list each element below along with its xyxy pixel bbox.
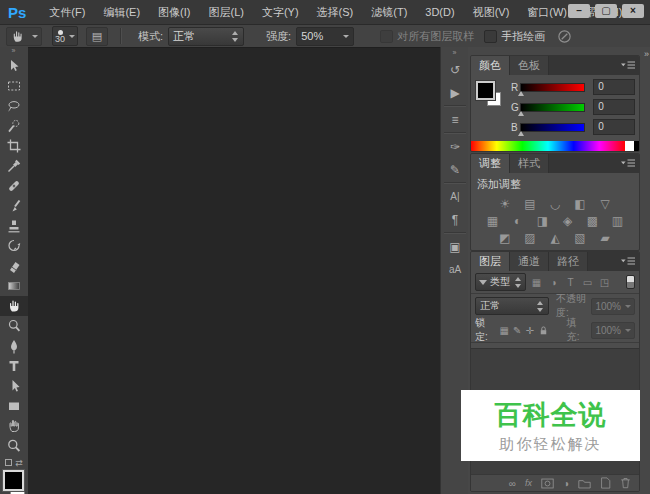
brightness-contrast-icon[interactable]: ☀: [497, 197, 513, 211]
tab-adjustments[interactable]: 调整: [471, 154, 510, 173]
collapse-toolbar-icon[interactable]: »: [0, 47, 28, 56]
history-panel-icon[interactable]: ↺: [441, 58, 469, 81]
panel-menu-icon[interactable]: [620, 60, 636, 71]
crop-tool[interactable]: [0, 136, 28, 156]
menu-file[interactable]: 文件(F): [40, 0, 94, 24]
new-layer-icon[interactable]: [600, 477, 611, 489]
mode-dropdown[interactable]: 正常: [168, 27, 244, 46]
quick-selection-tool[interactable]: [0, 116, 28, 136]
threshold-icon[interactable]: ◭: [547, 231, 563, 245]
collapse-panels-icon[interactable]: »: [644, 49, 648, 59]
filter-switch-icon[interactable]: [626, 275, 635, 289]
filter-adjustment-layers-icon[interactable]: ◑: [547, 277, 560, 288]
tab-styles[interactable]: 样式: [510, 154, 549, 173]
lock-position-icon[interactable]: ✛: [525, 325, 533, 336]
red-value-field[interactable]: 0: [593, 79, 635, 95]
green-slider[interactable]: [520, 103, 586, 112]
swap-colors-icon[interactable]: ⇄: [15, 458, 23, 468]
brush-presets-panel-icon[interactable]: ✎: [441, 158, 469, 181]
menu-filter[interactable]: 滤镜(T): [362, 0, 416, 24]
foreground-color-swatch[interactable]: [3, 470, 24, 491]
rainbow-ramp[interactable]: [471, 141, 625, 151]
panel-menu-icon[interactable]: [620, 158, 636, 169]
fill-field[interactable]: 100%: [591, 322, 635, 339]
close-button[interactable]: ×: [622, 4, 644, 18]
panel-menu-icon[interactable]: [620, 256, 636, 267]
filter-pixel-layers-icon[interactable]: ▦: [530, 277, 543, 288]
gradient-tool[interactable]: [0, 276, 28, 296]
sample-all-layers-checkbox[interactable]: [380, 30, 393, 43]
eyedropper-tool[interactable]: [0, 156, 28, 176]
gradient-map-icon[interactable]: ▰: [597, 231, 613, 245]
clone-stamp-tool[interactable]: [0, 216, 28, 236]
red-slider[interactable]: [520, 83, 586, 92]
paragraph-panel-icon[interactable]: ¶: [441, 208, 469, 231]
slider-thumb-icon[interactable]: [518, 91, 524, 96]
curves-icon[interactable]: ◡: [547, 197, 563, 211]
finger-painting-checkbox[interactable]: [484, 30, 497, 43]
actions-panel-icon[interactable]: ▶: [441, 81, 469, 104]
black-white-icon[interactable]: ◨: [535, 214, 551, 228]
blue-slider[interactable]: [520, 123, 586, 132]
rectangle-tool[interactable]: [0, 396, 28, 416]
green-value-field[interactable]: 0: [593, 99, 635, 115]
pen-tool[interactable]: [0, 336, 28, 356]
foreground-color-swatch[interactable]: [476, 81, 495, 100]
rectangular-marquee-tool[interactable]: [0, 76, 28, 96]
path-selection-tool[interactable]: [0, 376, 28, 396]
spot-healing-brush-tool[interactable]: [0, 176, 28, 196]
menu-view[interactable]: 视图(V): [464, 0, 519, 24]
collapse-dock-icon[interactable]: »: [441, 49, 469, 58]
strength-dropdown[interactable]: 50%: [296, 27, 354, 46]
character-panel-icon[interactable]: A|: [441, 185, 469, 208]
canvas-area[interactable]: [28, 47, 440, 494]
lasso-tool[interactable]: [0, 96, 28, 116]
tab-layers[interactable]: 图层: [471, 252, 510, 271]
brush-tool[interactable]: [0, 196, 28, 216]
photo-filter-icon[interactable]: ◈: [560, 214, 576, 228]
filter-smart-objects-icon[interactable]: ◳: [598, 277, 611, 288]
invert-icon[interactable]: ◩: [497, 231, 513, 245]
color-spectrum-ramp[interactable]: [471, 141, 639, 151]
channel-mixer-icon[interactable]: ▩: [585, 214, 601, 228]
minimize-button[interactable]: –: [568, 4, 590, 18]
lock-all-icon[interactable]: [538, 325, 549, 336]
selective-color-icon[interactable]: ▧: [572, 231, 588, 245]
color-lookup-icon[interactable]: ▥: [610, 214, 626, 228]
filter-type-layers-icon[interactable]: T: [564, 277, 577, 288]
tab-paths[interactable]: 路径: [549, 252, 588, 271]
layer-style-fx-icon[interactable]: fx: [525, 478, 532, 488]
menu-layer[interactable]: 图层(L): [199, 0, 252, 24]
move-tool[interactable]: [0, 56, 28, 76]
tab-color[interactable]: 颜色: [471, 56, 510, 75]
tab-channels[interactable]: 通道: [510, 252, 549, 271]
default-colors-icon[interactable]: [5, 459, 12, 466]
eraser-tool[interactable]: [0, 256, 28, 276]
new-group-icon[interactable]: [578, 478, 591, 489]
exposure-icon[interactable]: ◧: [572, 197, 588, 211]
clone-source-panel-icon[interactable]: ▣: [441, 235, 469, 258]
type-tool[interactable]: [0, 356, 28, 376]
menu-edit[interactable]: 编辑(E): [94, 0, 149, 24]
new-adjustment-layer-icon[interactable]: ◑: [563, 478, 569, 489]
vibrance-icon[interactable]: ▽: [597, 197, 613, 211]
menu-type[interactable]: 文字(Y): [253, 0, 308, 24]
menu-select[interactable]: 选择(S): [308, 0, 363, 24]
white-swatch[interactable]: [625, 141, 634, 151]
slider-thumb-icon[interactable]: [518, 131, 524, 136]
brush-panel-icon[interactable]: ✑: [441, 135, 469, 158]
delete-layer-icon[interactable]: [620, 477, 631, 489]
lock-image-pixels-icon[interactable]: ✎: [513, 325, 521, 336]
maximize-button[interactable]: ▢: [595, 4, 617, 18]
pressure-toggle-icon[interactable]: [557, 29, 572, 44]
tab-swatches[interactable]: 色板: [510, 56, 549, 75]
menu-3d[interactable]: 3D(D): [416, 0, 463, 24]
black-swatch[interactable]: [634, 141, 639, 151]
smudge-tool[interactable]: [0, 296, 28, 316]
lock-transparent-pixels-icon[interactable]: ▦: [500, 325, 509, 336]
properties-panel-icon[interactable]: ≡: [441, 108, 469, 131]
color-balance-icon[interactable]: ◐: [510, 214, 526, 228]
blue-value-field[interactable]: 0: [593, 119, 635, 135]
add-layer-mask-icon[interactable]: [541, 478, 554, 489]
hand-tool[interactable]: [0, 416, 28, 436]
